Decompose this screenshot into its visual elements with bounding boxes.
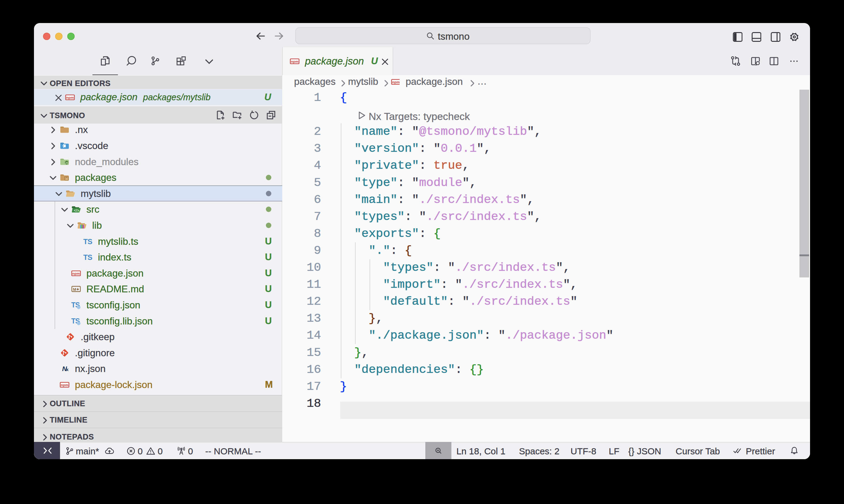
svg-text:npm: npm xyxy=(61,383,69,387)
svg-text:npm: npm xyxy=(66,95,74,100)
svg-text:npm: npm xyxy=(291,59,299,64)
svg-text:npm: npm xyxy=(392,80,400,84)
svg-text:TS: TS xyxy=(83,237,92,246)
svg-text:M: M xyxy=(73,287,76,292)
svg-text:TS: TS xyxy=(83,253,92,262)
svg-text:npm: npm xyxy=(72,271,80,276)
svg-text:x: x xyxy=(66,367,69,372)
svg-text:</>: </> xyxy=(74,209,79,213)
svg-text:JS: JS xyxy=(65,161,68,164)
